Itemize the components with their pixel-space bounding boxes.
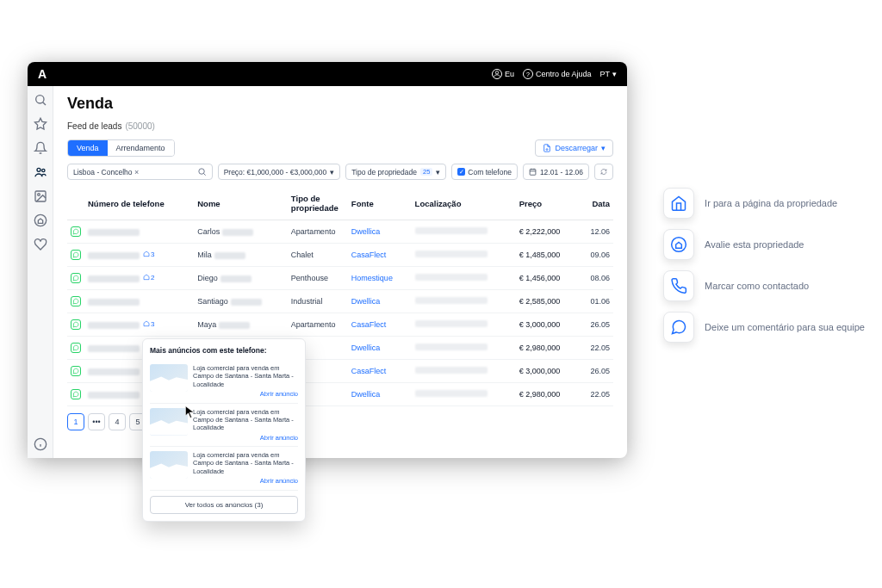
- phone-icon: [663, 270, 694, 301]
- blurred-phone: [88, 322, 140, 329]
- cell-source[interactable]: Dwellica: [348, 337, 412, 360]
- listings-badge[interactable]: 2: [143, 274, 154, 282]
- date-range-label: 12.01 - 12.06: [540, 168, 583, 176]
- blurred-location: [415, 227, 488, 234]
- users-nav-icon[interactable]: [34, 165, 47, 179]
- col-name: Nome: [194, 187, 288, 220]
- whatsapp-icon[interactable]: [71, 273, 81, 283]
- cell-price: € 2,980,000: [516, 383, 579, 406]
- house-icon: [663, 188, 694, 219]
- blurred-surname: [219, 322, 250, 329]
- user-menu[interactable]: Eu: [492, 69, 514, 79]
- cell-source[interactable]: CasaFlect: [348, 313, 412, 337]
- cell-prop: Apartamento: [288, 313, 348, 337]
- whatsapp-icon[interactable]: [71, 296, 81, 306]
- refresh-button[interactable]: [594, 164, 613, 180]
- svg-point-1: [35, 96, 43, 103]
- chevron-down-icon: ▾: [601, 144, 606, 152]
- svg-point-6: [34, 214, 46, 226]
- col-source: Fonte: [348, 187, 412, 220]
- lang-switcher[interactable]: PT ▾: [599, 70, 617, 78]
- price-filter[interactable]: Preço: €1,000,000 - €3,000,000 ▾: [218, 164, 341, 180]
- action-goto-property[interactable]: Ir para a página da propriedade: [663, 188, 865, 219]
- table-row[interactable]: 3 Maya Apartamento CasaFlect € 3,000,000…: [67, 313, 613, 337]
- cell-name: Mila: [194, 244, 288, 267]
- popover-item[interactable]: Loja comercial para venda em Campo de Sa…: [150, 360, 298, 404]
- cell-source[interactable]: Dwellica: [348, 220, 412, 244]
- cell-name: Diego: [194, 267, 288, 290]
- blurred-location: [415, 367, 488, 374]
- listings-badge[interactable]: 3: [143, 320, 154, 328]
- user-icon: [492, 69, 502, 79]
- blurred-phone: [88, 299, 140, 306]
- open-listing-link[interactable]: Abrir anúncio: [193, 477, 298, 485]
- tab-sale[interactable]: Venda: [68, 140, 108, 156]
- main-content: Venda Feed de leads (50000) Venda Arrend…: [53, 86, 627, 458]
- table-row[interactable]: 3 Mila Chalet CasaFlect € 1,485,000 09.0…: [67, 244, 613, 267]
- col-loc: Localização: [412, 187, 516, 220]
- remove-chip-icon[interactable]: ×: [134, 168, 139, 176]
- heart-nav-icon[interactable]: [34, 238, 47, 251]
- listing-text: Loja comercial para venda em Campo de Sa…: [193, 364, 294, 388]
- info-nav-icon[interactable]: [34, 437, 47, 451]
- open-listing-link[interactable]: Abrir anúncio: [193, 390, 298, 398]
- table-row[interactable]: Carlos Apartamento Dwellica € 2,222,000 …: [67, 220, 613, 244]
- sidebar: [28, 86, 53, 458]
- cell-prop: Penthouse: [288, 267, 348, 290]
- action-label: Avalie esta propriedade: [705, 239, 804, 250]
- open-listing-link[interactable]: Abrir anúncio: [193, 434, 298, 442]
- cell-source[interactable]: CasaFlect: [348, 360, 412, 383]
- date-filter[interactable]: 12.01 - 12.06: [523, 164, 589, 180]
- cell-price: € 2,585,000: [516, 290, 579, 313]
- page-1[interactable]: 1: [67, 413, 84, 430]
- cell-source[interactable]: Dwellica: [348, 290, 412, 313]
- action-rate-property[interactable]: Avalie esta propriedade: [663, 229, 865, 260]
- cell-price: € 1,456,000: [516, 267, 579, 290]
- cell-date: 12.06: [579, 220, 613, 244]
- home-nav-icon[interactable]: [34, 214, 47, 227]
- lang-label: PT: [599, 70, 610, 78]
- whatsapp-icon[interactable]: [71, 366, 81, 376]
- with-phone-filter[interactable]: ✓ Com telefone: [451, 164, 518, 180]
- cell-source[interactable]: Dwellica: [348, 383, 412, 406]
- whatsapp-icon[interactable]: [71, 343, 81, 353]
- blurred-location: [415, 344, 488, 350]
- help-icon: ?: [523, 69, 533, 79]
- listing-thumbnail: [150, 408, 188, 436]
- bell-nav-icon[interactable]: [34, 141, 47, 155]
- download-icon: [543, 144, 551, 152]
- mouse-cursor: [184, 405, 196, 423]
- whatsapp-icon[interactable]: [71, 319, 81, 330]
- listings-badge[interactable]: 3: [143, 251, 154, 258]
- popover-item[interactable]: Loja comercial para venda em Campo de Sa…: [150, 404, 298, 448]
- svg-point-5: [37, 194, 40, 196]
- property-type-filter[interactable]: Tipo de propriedade 25 ▾: [345, 164, 446, 180]
- location-filter[interactable]: Lisboa - Concelho ×: [67, 164, 213, 180]
- popover-item[interactable]: Loja comercial para venda em Campo de Sa…: [150, 447, 298, 491]
- chat-icon: [663, 312, 694, 343]
- col-prop: Tipo de propriedade: [288, 187, 348, 220]
- table-row[interactable]: Santiago Industrial Dwellica € 2,585,000…: [67, 290, 613, 313]
- cell-source[interactable]: Homestique: [348, 267, 412, 290]
- action-add-comment[interactable]: Deixe um comentário para sua equipe: [663, 312, 865, 343]
- cell-price: € 3,000,000: [516, 360, 579, 383]
- table-row[interactable]: 2 Diego Penthouse Homestique € 1,456,000…: [67, 267, 613, 290]
- action-mark-contacted[interactable]: Marcar como contactado: [663, 270, 865, 301]
- help-link[interactable]: ? Centro de Ajuda: [523, 69, 592, 79]
- page-dots[interactable]: •••: [88, 413, 105, 430]
- view-all-listings-button[interactable]: Ver todos os anúncios (3): [150, 496, 298, 514]
- image-nav-icon[interactable]: [34, 189, 47, 203]
- star-nav-icon[interactable]: [34, 117, 47, 131]
- page-4[interactable]: 4: [109, 413, 126, 430]
- cell-prop: Apartamento: [288, 220, 348, 244]
- whatsapp-icon[interactable]: [71, 226, 81, 237]
- blurred-location: [415, 320, 488, 327]
- tab-rent[interactable]: Arrendamento: [108, 140, 174, 156]
- download-button[interactable]: Descarregar ▾: [535, 139, 613, 157]
- blurred-surname: [231, 299, 262, 306]
- whatsapp-icon[interactable]: [71, 250, 81, 260]
- app-window: A Eu ? Centro de Ajuda PT ▾: [28, 62, 627, 458]
- cell-source[interactable]: CasaFlect: [348, 244, 412, 267]
- whatsapp-icon[interactable]: [71, 389, 81, 399]
- search-nav-icon[interactable]: [34, 93, 47, 107]
